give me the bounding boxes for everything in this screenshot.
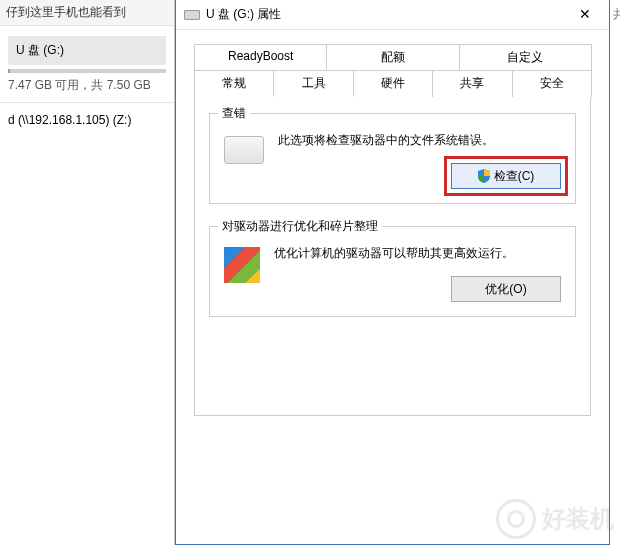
watermark-text: 好装机: [542, 503, 614, 535]
tab-quota[interactable]: 配额: [326, 44, 459, 70]
check-button[interactable]: 检查(C): [451, 163, 561, 189]
tab-sharing[interactable]: 共享: [432, 70, 512, 97]
tab-panel-tools: 查错 此选项将检查驱动器中的文件系统错误。 检查(C): [194, 96, 591, 416]
panel-header: 仔到这里手机也能看到: [0, 0, 174, 26]
group-title: 对驱动器进行优化和碎片整理: [218, 218, 382, 235]
check-button-label: 检查(C): [494, 168, 535, 185]
drive-icon: [184, 10, 200, 20]
watermark-logo-icon: [496, 499, 536, 539]
left-sidebar: 仔到这里手机也能看到 U 盘 (G:) 7.47 GB 可用，共 7.50 GB…: [0, 0, 175, 545]
drive-label: U 盘 (G:): [8, 36, 166, 65]
group-title: 查错: [218, 105, 250, 122]
partial-text: 共: [613, 6, 620, 23]
close-button[interactable]: ✕: [565, 1, 605, 29]
defrag-icon: [224, 247, 260, 283]
tab-customize[interactable]: 自定义: [459, 44, 592, 70]
group-optimize: 对驱动器进行优化和碎片整理 优化计算机的驱动器可以帮助其更高效运行。 优化(O): [209, 226, 576, 317]
shield-icon: [478, 169, 490, 183]
optimize-description: 优化计算机的驱动器可以帮助其更高效运行。: [274, 245, 561, 262]
tab-tools[interactable]: 工具: [273, 70, 353, 97]
optimize-button[interactable]: 优化(O): [451, 276, 561, 302]
tabs-row-bottom: 常规 工具 硬件 共享 安全: [194, 70, 591, 97]
tab-hardware[interactable]: 硬件: [353, 70, 433, 97]
tabs-container: ReadyBoost 配额 自定义 常规 工具 硬件 共享 安全 查错 此选项将…: [176, 30, 609, 416]
tab-general[interactable]: 常规: [194, 70, 274, 97]
drive-usage-bar: [8, 69, 166, 73]
error-check-description: 此选项将检查驱动器中的文件系统错误。: [278, 132, 561, 149]
disk-icon: [224, 136, 264, 164]
titlebar: U 盘 (G:) 属性 ✕: [176, 0, 609, 30]
tabs-row-top: ReadyBoost 配额 自定义: [194, 44, 591, 70]
optimize-button-label: 优化(O): [485, 281, 526, 298]
tab-security[interactable]: 安全: [512, 70, 592, 97]
drive-item[interactable]: U 盘 (G:): [8, 36, 166, 73]
watermark: 好装机: [496, 499, 614, 539]
properties-dialog: U 盘 (G:) 属性 ✕ ReadyBoost 配额 自定义 常规 工具 硬件…: [175, 0, 610, 545]
drive-item[interactable]: d (\\192.168.1.105) (Z:): [0, 103, 174, 137]
tab-readyboost[interactable]: ReadyBoost: [194, 44, 327, 70]
drive-capacity-text: 7.47 GB 可用，共 7.50 GB: [0, 77, 174, 103]
group-error-checking: 查错 此选项将检查驱动器中的文件系统错误。 检查(C): [209, 113, 576, 204]
dialog-title: U 盘 (G:) 属性: [206, 6, 565, 23]
